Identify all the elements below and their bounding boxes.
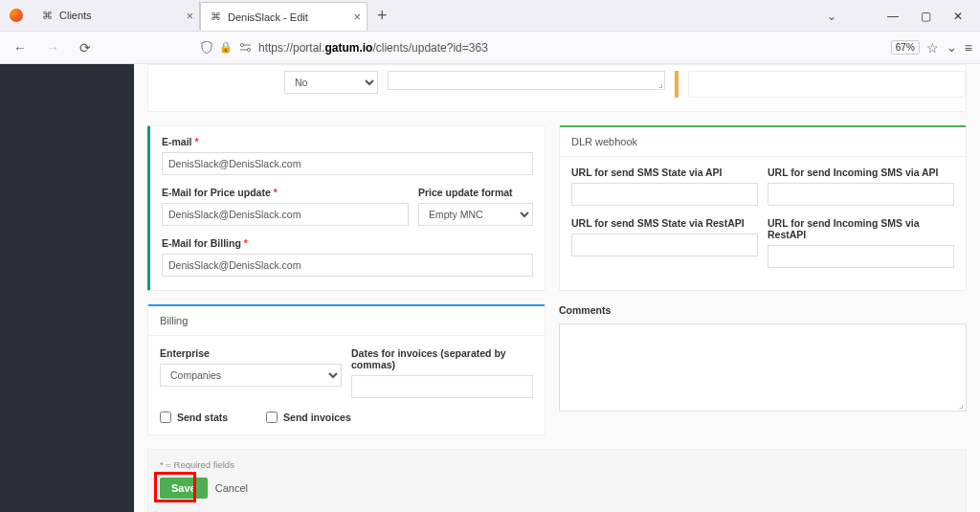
invoice-dates-input[interactable] — [351, 375, 533, 398]
window-controls: — ▢ ✕ — [877, 0, 974, 32]
required-note: * = Required fields — [160, 459, 954, 470]
close-window-button[interactable]: ✕ — [942, 0, 974, 32]
save-button[interactable]: Save — [160, 478, 208, 499]
forward-button: → — [40, 35, 65, 60]
cancel-link[interactable]: Cancel — [215, 482, 248, 494]
bookmark-star-icon[interactable]: ☆ — [926, 40, 939, 56]
tab-title: Clients — [59, 10, 92, 21]
billing-email-input[interactable] — [162, 254, 533, 277]
email-panel: E-mail * E-Mail for Price update * Price… — [147, 125, 546, 291]
url-incoming-api-input[interactable] — [768, 183, 954, 206]
url-incoming-api-label: URL for send Incoming SMS via API — [768, 167, 954, 178]
tab-clients[interactable]: ⌘ Clients × — [33, 1, 200, 30]
firefox-icon — [10, 9, 23, 22]
url-sms-rest-input[interactable] — [571, 234, 758, 256]
lock-icon: 🔒 — [219, 41, 233, 54]
invoice-dates-label: Dates for invoices (separated by commas) — [351, 347, 533, 370]
resize-handle-icon[interactable]: ⌟ — [959, 399, 964, 410]
main-content: No ⌟ E-mail * E-Mail for Price update — [134, 64, 980, 512]
browser-tab-strip: ⌘ Clients × ⌘ DenisSlack - Edit × + ⌄ — … — [0, 0, 980, 32]
tab-favicon: ⌘ — [209, 11, 222, 24]
price-email-input[interactable] — [162, 203, 409, 226]
comments-panel: Comments ⌟ — [559, 304, 967, 435]
minimize-button[interactable]: — — [877, 0, 909, 32]
orange-divider — [675, 71, 679, 98]
tabs-dropdown-icon[interactable]: ⌄ — [827, 10, 836, 23]
menu-icon[interactable]: ≡ — [965, 40, 972, 56]
resize-handle-icon[interactable]: ⌟ — [658, 78, 663, 89]
url-incoming-rest-input[interactable] — [768, 245, 954, 268]
viewport: No ⌟ E-mail * E-Mail for Price update — [0, 64, 980, 512]
new-tab-button[interactable]: + — [368, 6, 397, 26]
enterprise-label: Enterprise — [160, 347, 342, 359]
billing-email-label: E-Mail for Billing * — [162, 237, 533, 249]
billing-header: Billing — [148, 306, 545, 336]
form-footer: * = Required fields Save Cancel — [147, 449, 967, 512]
billing-panel: Billing Enterprise Companies Dates for i… — [147, 304, 546, 435]
top-textarea[interactable]: ⌟ — [388, 71, 665, 90]
send-invoices-checkbox[interactable]: Send invoices — [266, 412, 351, 423]
dlr-header: DLR webhook — [560, 127, 966, 157]
comments-textarea[interactable]: ⌟ — [559, 323, 967, 412]
top-form-card: No ⌟ — [147, 64, 967, 112]
reload-button[interactable]: ⟳ — [73, 35, 98, 60]
price-format-select[interactable]: Empty MNC — [418, 203, 533, 226]
enterprise-select[interactable]: Companies — [160, 364, 342, 387]
svg-point-0 — [240, 43, 243, 46]
email-label: E-mail * — [162, 136, 533, 147]
permissions-icon — [239, 42, 252, 53]
tab-favicon: ⌘ — [40, 9, 54, 22]
email-input[interactable] — [162, 152, 533, 175]
url-incoming-rest-label: URL for send Incoming SMS via RestAPI — [768, 217, 954, 240]
top-right-field[interactable] — [688, 71, 966, 98]
url-sms-rest-label: URL for send SMS State via RestAPI — [571, 217, 758, 229]
maximize-button[interactable]: ▢ — [909, 0, 942, 32]
comments-label: Comments — [559, 304, 967, 316]
send-stats-checkbox[interactable]: Send stats — [160, 412, 228, 423]
svg-point-2 — [247, 48, 250, 51]
back-button[interactable]: ← — [8, 35, 33, 60]
left-sidebar — [0, 64, 134, 512]
dlr-panel: DLR webhook URL for send SMS State via A… — [559, 125, 967, 291]
url-text: https://portal.gatum.io/clients/update?i… — [258, 41, 488, 55]
tab-title: DenisSlack - Edit — [228, 11, 308, 23]
price-format-label: Price update format — [418, 187, 533, 198]
shield-icon — [201, 41, 212, 54]
top-select[interactable]: No — [284, 71, 378, 94]
close-icon[interactable]: × — [186, 9, 193, 23]
zoom-indicator[interactable]: 67% — [891, 40, 920, 55]
url-field[interactable]: 🔒 https://portal.gatum.io/clients/update… — [201, 40, 939, 56]
pocket-icon[interactable]: ⌄ — [947, 40, 957, 55]
address-bar: ← → ⟳ 🔒 https://portal.gatum.io/clients/… — [0, 32, 980, 64]
tab-edit[interactable]: ⌘ DenisSlack - Edit × — [200, 2, 368, 31]
price-email-label: E-Mail for Price update * — [162, 187, 409, 198]
url-sms-api-label: URL for send SMS State via API — [571, 167, 758, 178]
url-sms-api-input[interactable] — [571, 183, 758, 206]
close-icon[interactable]: × — [353, 10, 361, 24]
